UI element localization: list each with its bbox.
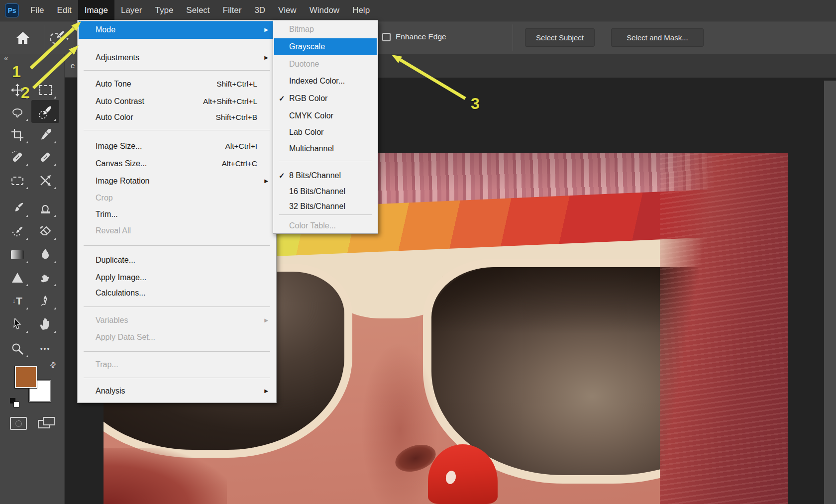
- home-icon: [15, 31, 30, 45]
- photo-lip-shadow: [104, 448, 227, 504]
- swap-colors-icon[interactable]: [47, 359, 58, 370]
- select-and-mask-button[interactable]: Select and Mask...: [611, 28, 704, 47]
- spot-healing-brush-tool[interactable]: [5, 147, 30, 168]
- menu-item-variables: Variables: [79, 312, 275, 329]
- healing-brush-tool[interactable]: [33, 147, 58, 168]
- submenu-item-32-bits[interactable]: 32 Bits/Channel: [274, 198, 377, 214]
- menu-item-canvas-size[interactable]: Canvas Size...Alt+Ctrl+C: [79, 155, 275, 172]
- hand-icon: [39, 318, 52, 331]
- crop-tool[interactable]: [5, 124, 30, 145]
- blur-tool[interactable]: [33, 244, 58, 265]
- annotation-number-3: 3: [471, 95, 480, 113]
- sharpen-tool[interactable]: [5, 267, 30, 288]
- smudge-hand-icon: [39, 271, 52, 284]
- water-drop-icon: [39, 248, 51, 261]
- menu-item-reveal-all: Reveal All: [79, 222, 275, 239]
- triangle-icon: [12, 273, 23, 283]
- checkmark-icon: [279, 167, 285, 184]
- ellipsis-icon: [40, 345, 51, 353]
- rectangular-marquee-tool[interactable]: [33, 80, 58, 101]
- menubar-item-view[interactable]: View: [272, 0, 303, 21]
- menubar-item-type[interactable]: Type: [148, 0, 180, 21]
- edit-toolbar-button[interactable]: [33, 338, 58, 359]
- submenu-item-rgb-color[interactable]: RGB Color: [274, 90, 377, 106]
- menubar-item-file[interactable]: File: [24, 0, 50, 21]
- menu-item-duplicate[interactable]: Duplicate...: [79, 252, 275, 269]
- gradient-tool[interactable]: [5, 244, 30, 265]
- menu-item-image-size[interactable]: Image Size...Alt+Ctrl+I: [79, 138, 275, 155]
- menu-item-image-rotation[interactable]: Image Rotation: [79, 173, 275, 190]
- lasso-icon: [11, 106, 24, 119]
- menubar-item-3d[interactable]: 3D: [248, 0, 272, 21]
- menubar-item-select[interactable]: Select: [180, 0, 216, 21]
- submenu-item-16-bits[interactable]: 16 Bits/Channel: [274, 183, 377, 200]
- submenu-arrow-icon: [264, 173, 268, 190]
- brush-icon: [55, 31, 65, 41]
- tools-panel: [0, 54, 65, 504]
- foreground-color-swatch[interactable]: [15, 366, 37, 388]
- quick-mask-button[interactable]: [10, 417, 27, 430]
- pen-icon: [39, 295, 52, 307]
- submenu-item-multichannel[interactable]: Multichannel: [274, 140, 377, 157]
- panel-dock-strip: [824, 81, 836, 504]
- quick-selection-icon: [38, 105, 52, 119]
- menu-separator: [84, 378, 270, 378]
- quick-selection-tool-preset[interactable]: [50, 29, 76, 47]
- menubar-item-edit[interactable]: Edit: [50, 0, 78, 21]
- select-subject-button[interactable]: Select Subject: [525, 28, 595, 47]
- screen-mode-icon-front: [43, 417, 55, 425]
- menu-item-trim[interactable]: Trim...: [79, 206, 275, 223]
- menu-item-auto-contrast[interactable]: Auto ContrastAlt+Shift+Ctrl+L: [79, 93, 275, 110]
- menu-item-apply-image[interactable]: Apply Image...: [79, 269, 275, 286]
- quick-selection-tool[interactable]: [33, 102, 58, 123]
- submenu-item-lab-color[interactable]: Lab Color: [274, 124, 377, 140]
- menubar-item-filter[interactable]: Filter: [216, 0, 248, 21]
- pen-tool[interactable]: [33, 291, 58, 311]
- submenu-item-bitmap: Bitmap: [274, 21, 377, 37]
- menu-item-calculations[interactable]: Calculations...: [79, 285, 275, 302]
- content-aware-move-tool[interactable]: [33, 170, 58, 191]
- menu-item-trap: Trap...: [79, 356, 275, 373]
- submenu-item-8-bits[interactable]: 8 Bits/Channel: [274, 167, 377, 184]
- menubar-item-image[interactable]: Image: [78, 0, 114, 21]
- menu-item-mode[interactable]: Mode: [79, 21, 275, 39]
- lasso-tool[interactable]: [5, 102, 30, 123]
- screen-mode-button[interactable]: [38, 417, 55, 430]
- clone-stamp-tool[interactable]: [33, 198, 58, 219]
- smudge-tool[interactable]: [33, 267, 58, 288]
- eyedropper-tool[interactable]: [33, 124, 58, 145]
- options-separator: [513, 24, 513, 51]
- zoom-tool[interactable]: [5, 338, 30, 359]
- submenu-arrow-icon: [264, 312, 268, 329]
- home-button[interactable]: [12, 27, 34, 48]
- default-colors-icon[interactable]: [10, 398, 21, 409]
- submenu-item-cmyk-color[interactable]: CMYK Color: [274, 107, 377, 124]
- patch-tool[interactable]: [5, 170, 30, 191]
- move-icon: [11, 84, 24, 97]
- menubar-item-help[interactable]: Help: [346, 0, 376, 21]
- enhance-edge-label: Enhance Edge: [396, 32, 446, 41]
- path-selection-tool[interactable]: [5, 314, 30, 335]
- menu-item-analysis[interactable]: Analysis: [79, 383, 275, 400]
- submenu-item-duotone: Duotone: [274, 56, 377, 72]
- menu-separator: [84, 130, 270, 130]
- eraser-tool[interactable]: [33, 221, 58, 242]
- menubar-item-layer[interactable]: Layer: [114, 0, 149, 21]
- menu-item-adjustments[interactable]: Adjustments: [79, 49, 275, 66]
- type-tool[interactable]: [5, 291, 30, 311]
- menu-item-auto-tone[interactable]: Auto ToneShift+Ctrl+L: [79, 76, 275, 93]
- submenu-item-indexed-color[interactable]: Indexed Color...: [274, 73, 377, 89]
- history-brush-tool[interactable]: [5, 221, 30, 242]
- collapse-panels-icon[interactable]: [4, 54, 8, 62]
- brush-tool[interactable]: [5, 198, 30, 219]
- enhance-edge-checkbox[interactable]: Enhance Edge: [382, 32, 446, 41]
- quick-mask-icon: [15, 420, 22, 427]
- submenu-item-grayscale[interactable]: Grayscale: [274, 38, 377, 55]
- menubar-item-window[interactable]: Window: [303, 0, 346, 21]
- move-tool[interactable]: [5, 80, 30, 101]
- history-brush-icon: [11, 225, 24, 238]
- menu-separator: [84, 245, 270, 246]
- menu-item-auto-color[interactable]: Auto ColorShift+Ctrl+B: [79, 109, 275, 126]
- healing-brush-icon: [39, 151, 52, 164]
- hand-tool[interactable]: [33, 314, 58, 335]
